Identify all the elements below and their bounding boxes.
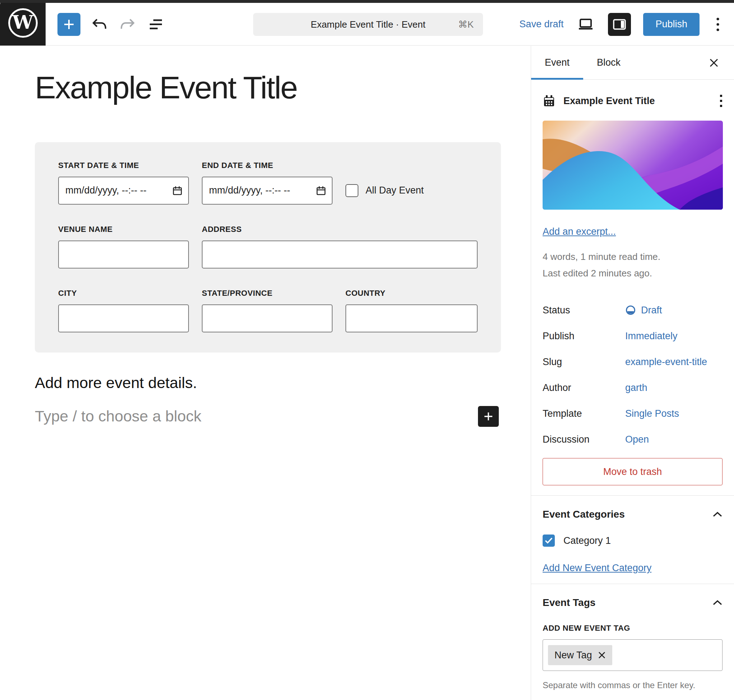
- chevron-up-icon: [712, 600, 722, 606]
- calendar-icon: [316, 185, 326, 196]
- block-inserter-button[interactable]: [57, 13, 80, 36]
- all-day-checkbox[interactable]: [345, 184, 358, 197]
- add-new-category-link[interactable]: Add New Event Category: [542, 563, 651, 574]
- venue-input[interactable]: [58, 241, 189, 269]
- post-options-kebab-icon[interactable]: [720, 94, 722, 108]
- start-date-label: START DATE & TIME: [58, 161, 189, 170]
- country-label: COUNTRY: [345, 288, 478, 298]
- wordpress-logo-icon: W: [8, 8, 38, 38]
- settings-sidebar-toggle[interactable]: [608, 13, 631, 36]
- draft-status-icon: [625, 305, 636, 316]
- summary-row-author: Author garth: [542, 375, 722, 401]
- state-input[interactable]: [202, 304, 333, 332]
- summary-row-status: Status Draft: [542, 297, 722, 323]
- chevron-up-icon: [712, 511, 722, 518]
- address-input[interactable]: [202, 241, 478, 269]
- slug-value[interactable]: example-event-title: [625, 356, 722, 368]
- tab-block[interactable]: Block: [583, 46, 634, 79]
- move-to-trash-button[interactable]: Move to trash: [542, 458, 722, 485]
- preview-button[interactable]: [576, 14, 596, 34]
- sidebar-panel-icon: [613, 19, 626, 30]
- event-tags-header[interactable]: Event Tags: [542, 597, 722, 609]
- country-input[interactable]: [345, 304, 478, 332]
- list-view-icon: [149, 19, 164, 30]
- event-categories-header[interactable]: Event Categories: [542, 509, 722, 520]
- featured-image[interactable]: [542, 121, 723, 210]
- editor-toolbar: W Example Even: [0, 3, 734, 46]
- city-label: CITY: [58, 288, 189, 298]
- author-value[interactable]: garth: [625, 382, 722, 393]
- add-new-tag-label: ADD NEW EVENT TAG: [542, 624, 722, 633]
- command-shortcut: ⌘K: [458, 19, 474, 30]
- publish-button[interactable]: Publish: [643, 13, 700, 36]
- command-palette[interactable]: Example Event Title · Event ⌘K: [253, 13, 483, 36]
- plus-icon: [63, 18, 75, 31]
- summary-row-discussion: Discussion Open: [542, 426, 722, 452]
- category-item: Category 1: [542, 534, 722, 547]
- tag-input[interactable]: New Tag: [542, 639, 722, 671]
- event-details-panel: START DATE & TIME END DATE & TIME mm/dd/…: [35, 142, 501, 353]
- post-summary-rows: Status Draft Publish Immediately Slug ex…: [542, 297, 722, 452]
- last-edited-text: Last edited 2 minutes ago.: [542, 265, 722, 282]
- settings-sidebar: Event Block Example Event Title: [531, 46, 734, 700]
- redo-button[interactable]: [118, 14, 138, 34]
- options-menu-button[interactable]: [712, 14, 724, 34]
- tab-event[interactable]: Event: [531, 46, 583, 79]
- summary-row-publish: Publish Immediately: [542, 323, 722, 349]
- event-calendar-icon: [542, 94, 556, 107]
- block-appender: Type / to choose a block: [35, 406, 502, 427]
- category-label: Category 1: [563, 535, 611, 546]
- summary-row-template: Template Single Posts: [542, 401, 722, 426]
- word-count-text: 4 words, 1 minute read time.: [542, 249, 722, 265]
- laptop-icon: [578, 18, 594, 31]
- end-date-input[interactable]: mm/dd/yyyy, --:-- --: [202, 176, 333, 204]
- all-day-label: All Day Event: [366, 185, 424, 196]
- summary-row-slug: Slug example-event-title: [542, 349, 722, 375]
- plus-icon: [483, 411, 494, 422]
- discussion-value[interactable]: Open: [625, 434, 722, 445]
- paragraph-block[interactable]: Add more event details.: [35, 374, 502, 392]
- status-value[interactable]: Draft: [625, 305, 722, 316]
- remove-tag-button[interactable]: [598, 651, 606, 659]
- window-chrome-strip: [0, 0, 734, 3]
- sidebar-post-title: Example Event Title: [563, 96, 712, 107]
- close-icon: [598, 651, 606, 659]
- sidebar-tabs: Event Block: [531, 46, 734, 80]
- start-date-input[interactable]: mm/dd/yyyy, --:-- --: [58, 176, 189, 204]
- close-icon: [709, 58, 719, 68]
- calendar-icon: [172, 185, 183, 196]
- tag-token: New Tag: [548, 645, 612, 665]
- publish-value[interactable]: Immediately: [625, 331, 722, 342]
- category-checkbox[interactable]: [542, 534, 555, 547]
- block-placeholder-text[interactable]: Type / to choose a block: [35, 407, 478, 425]
- undo-button[interactable]: [89, 14, 109, 34]
- tag-help-text: Separate with commas or the Enter key.: [542, 680, 722, 690]
- document-overview-button[interactable]: [146, 14, 167, 34]
- city-input[interactable]: [58, 304, 189, 332]
- document-title: Example Event Title · Event: [311, 19, 425, 30]
- section-divider: [531, 496, 734, 496]
- template-value[interactable]: Single Posts: [625, 408, 722, 419]
- venue-label: VENUE NAME: [58, 225, 189, 234]
- kebab-icon: [716, 17, 719, 32]
- redo-icon: [120, 18, 136, 31]
- post-title[interactable]: Example Event Title: [35, 69, 502, 106]
- add-block-button[interactable]: [478, 406, 499, 427]
- editor-canvas: Example Event Title START DATE & TIME EN…: [0, 46, 531, 700]
- wordpress-logo-button[interactable]: W: [0, 0, 46, 46]
- add-excerpt-link[interactable]: Add an excerpt...: [542, 226, 616, 237]
- check-icon: [544, 537, 553, 544]
- state-label: STATE/PROVINCE: [202, 288, 333, 298]
- end-date-label: END DATE & TIME: [202, 161, 333, 170]
- close-sidebar-button[interactable]: [703, 46, 725, 79]
- section-divider: [531, 584, 734, 584]
- address-label: ADDRESS: [202, 225, 478, 234]
- undo-icon: [91, 18, 107, 31]
- save-draft-button[interactable]: Save draft: [519, 19, 563, 30]
